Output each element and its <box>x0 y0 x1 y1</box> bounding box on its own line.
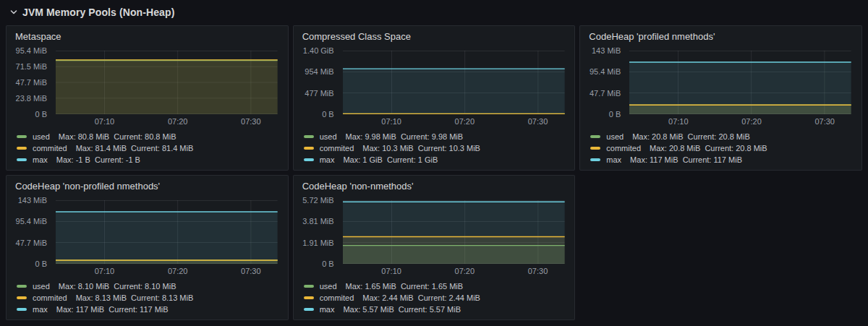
panel-header[interactable]: CodeHeap 'non-nmethods' <box>294 176 575 197</box>
chart-area: 1.40 GiB954 MiB477 MiB0 B <box>294 47 575 114</box>
chart-area: 143 MiB95.4 MiB47.7 MiB0 B <box>580 47 861 114</box>
timeseries-chart <box>56 51 278 114</box>
legend-series-stats: Max: 117 MiB Current: 117 MiB <box>630 155 742 164</box>
legend-series-stats: Max: 1.65 MiB Current: 1.65 MiB <box>346 282 464 291</box>
legend-series-name: used <box>320 282 337 291</box>
y-axis: 143 MiB95.4 MiB47.7 MiB0 B <box>11 200 50 264</box>
legend-color-swatch <box>590 158 600 161</box>
legend: usedMax: 8.10 MiB Current: 8.10 MiBcommi… <box>7 277 288 315</box>
y-tick-label: 0 B <box>35 259 47 268</box>
y-tick-label: 47.7 MiB <box>16 239 47 247</box>
legend-color-swatch <box>304 308 314 311</box>
legend-color-swatch <box>304 147 314 150</box>
y-tick-label: 95.4 MiB <box>16 46 47 55</box>
panel-header[interactable]: CodeHeap 'profiled nmethods' <box>580 26 861 47</box>
legend-item-used[interactable]: usedMax: 20.8 MiB Current: 20.8 MiB <box>590 131 854 142</box>
legend-series-stats: Max: 1 GiB Current: 1 GiB <box>343 155 438 164</box>
chart-area: 143 MiB95.4 MiB47.7 MiB0 B <box>7 197 288 264</box>
y-tick-label: 5.72 MiB <box>302 196 333 205</box>
legend-item-commited[interactable]: commitedMax: 10.3 MiB Current: 10.3 MiB <box>304 142 568 154</box>
legend-item-max[interactable]: maxMax: 1 GiB Current: 1 GiB <box>304 154 568 166</box>
legend-color-swatch <box>304 135 314 138</box>
legend-color-swatch <box>304 285 314 288</box>
legend: usedMax: 1.65 MiB Current: 1.65 MiBcommi… <box>294 277 575 315</box>
y-tick-label: 47.7 MiB <box>16 78 47 87</box>
legend-series-name: max <box>33 305 48 314</box>
legend-color-swatch <box>17 308 27 311</box>
y-tick-label: 95.4 MiB <box>16 217 47 226</box>
legend-series-name: commited <box>33 293 67 302</box>
legend-series-stats: Max: 20.8 MiB Current: 20.8 MiB <box>632 132 750 141</box>
panel-header[interactable]: Metaspace <box>7 26 288 47</box>
legend-color-swatch <box>590 135 600 138</box>
x-tick-label: 07:10 <box>95 117 115 126</box>
legend-item-commited[interactable]: commitedMax: 81.4 MiB Current: 81.4 MiB <box>17 142 281 154</box>
plot <box>343 200 565 264</box>
legend-item-used[interactable]: usedMax: 1.65 MiB Current: 1.65 MiB <box>304 280 568 292</box>
legend-item-max[interactable]: maxMax: -1 B Current: -1 B <box>17 154 281 166</box>
legend-item-commited[interactable]: commitedMax: 20.8 MiB Current: 20.8 MiB <box>590 142 854 154</box>
panel: CodeHeap 'non-profiled nmethods'143 MiB9… <box>6 175 289 320</box>
panel-row-bottom: CodeHeap 'non-profiled nmethods'143 MiB9… <box>6 175 862 320</box>
legend-item-max[interactable]: maxMax: 5.57 MiB Current: 5.57 MiB <box>304 304 568 315</box>
legend-series-stats: Max: 80.8 MiB Current: 80.8 MiB <box>59 132 176 141</box>
y-axis: 1.40 GiB954 MiB477 MiB0 B <box>298 51 337 114</box>
panel: CodeHeap 'non-nmethods'5.72 MiB3.81 MiB1… <box>293 175 576 320</box>
panel-header[interactable]: Compressed Class Space <box>294 26 575 47</box>
y-tick-label: 47.7 MiB <box>590 89 621 98</box>
dashboard: JVM Memory Pools (Non-Heap) Metaspace95.… <box>0 0 868 326</box>
x-tick-label: 07:10 <box>95 267 115 275</box>
x-tick-label: 07:30 <box>528 117 548 126</box>
legend-series-name: used <box>320 132 337 141</box>
plot <box>56 51 278 114</box>
y-tick-label: 95.4 MiB <box>590 67 621 76</box>
legend-item-max[interactable]: maxMax: 117 MiB Current: 117 MiB <box>17 304 281 315</box>
legend-item-commited[interactable]: commitedMax: 8.13 MiB Current: 8.13 MiB <box>17 292 281 304</box>
legend-item-used[interactable]: usedMax: 8.10 MiB Current: 8.10 MiB <box>17 280 281 292</box>
x-axis: 07:1007:2007:30 <box>343 116 565 127</box>
x-tick-label: 07:20 <box>741 117 762 126</box>
y-tick-label: 954 MiB <box>305 67 333 76</box>
legend-series-name: commited <box>606 144 641 153</box>
legend-series-stats: Max: 5.57 MiB Current: 5.57 MiB <box>343 305 461 314</box>
panel: Metaspace95.4 MiB71.5 MiB47.7 MiB23.8 Mi… <box>6 25 289 171</box>
legend-series-name: used <box>606 132 624 141</box>
legend-color-swatch <box>590 147 600 150</box>
panel-title: Metaspace <box>15 31 61 42</box>
panel-title: CodeHeap 'non-nmethods' <box>302 181 414 192</box>
legend-series-name: used <box>33 282 50 291</box>
legend-color-swatch <box>17 296 27 299</box>
legend-series-name: max <box>606 155 621 164</box>
legend-item-used[interactable]: usedMax: 9.98 MiB Current: 9.98 MiB <box>304 131 568 142</box>
legend: usedMax: 9.98 MiB Current: 9.98 MiBcommi… <box>294 127 575 166</box>
panel-header[interactable]: CodeHeap 'non-profiled nmethods' <box>7 176 288 197</box>
legend-color-swatch <box>17 158 27 161</box>
legend-item-commited[interactable]: commitedMax: 2.44 MiB Current: 2.44 MiB <box>304 292 568 304</box>
timeseries-chart <box>56 200 278 264</box>
legend-series-stats: Max: 81.4 MiB Current: 81.4 MiB <box>76 144 194 153</box>
x-tick-label: 07:20 <box>168 117 188 126</box>
timeseries-chart <box>343 51 565 114</box>
legend-series-name: commited <box>320 293 354 302</box>
legend-item-max[interactable]: maxMax: 117 MiB Current: 117 MiB <box>590 154 854 166</box>
x-tick-label: 07:20 <box>455 117 475 126</box>
panel: CodeHeap 'profiled nmethods'143 MiB95.4 … <box>579 25 862 171</box>
plot <box>629 51 851 114</box>
y-tick-label: 0 B <box>35 110 47 119</box>
y-tick-label: 3.81 MiB <box>302 217 333 226</box>
legend-item-used[interactable]: usedMax: 80.8 MiB Current: 80.8 MiB <box>17 131 281 142</box>
legend: usedMax: 80.8 MiB Current: 80.8 MiBcommi… <box>7 127 288 166</box>
chart-area: 95.4 MiB71.5 MiB47.7 MiB23.8 MiB0 B <box>7 47 288 114</box>
y-tick-label: 143 MiB <box>592 46 621 55</box>
x-tick-label: 07:30 <box>814 117 835 126</box>
dashboard-row-header[interactable]: JVM Memory Pools (Non-Heap) <box>6 4 179 21</box>
y-axis: 5.72 MiB3.81 MiB1.91 MiB0 B <box>298 200 337 264</box>
legend-series-name: used <box>33 132 50 141</box>
y-axis: 95.4 MiB71.5 MiB47.7 MiB23.8 MiB0 B <box>11 51 50 114</box>
legend-color-swatch <box>304 158 314 161</box>
timeseries-chart <box>343 200 565 264</box>
chart-area: 5.72 MiB3.81 MiB1.91 MiB0 B <box>294 197 575 264</box>
plot <box>343 51 565 114</box>
x-axis: 07:1007:2007:30 <box>629 116 851 127</box>
y-tick-label: 0 B <box>322 259 334 268</box>
